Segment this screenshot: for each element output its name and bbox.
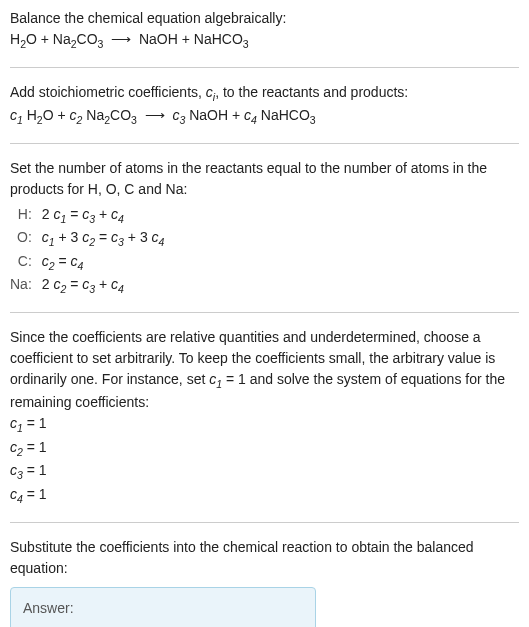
atom-equation-row: Na: 2 c2 = c3 + c4 <box>10 274 164 298</box>
solution-line: c3 = 1 <box>10 460 519 484</box>
atom-equation-row: O: c1 + 3 c2 = c3 + 3 c4 <box>10 227 164 251</box>
step-substitute: Substitute the coefficients into the che… <box>10 537 519 579</box>
divider <box>10 143 519 144</box>
atom-label: O: <box>10 227 42 251</box>
divider <box>10 67 519 68</box>
divider <box>10 522 519 523</box>
atom-label: Na: <box>10 274 42 298</box>
atom-equation-row: H: 2 c1 = c3 + c4 <box>10 204 164 228</box>
step-coefficients-intro: Add stoichiometric coefficients, ci, to … <box>10 82 519 106</box>
atom-equation-row: C: c2 = c4 <box>10 251 164 275</box>
unbalanced-equation: H2O + Na2CO3 ⟶ NaOH + NaHCO3 <box>10 29 519 53</box>
answer-box: Answer: H2O + Na2CO3 ⟶ NaOH + NaHCO3 <box>10 587 316 627</box>
step-atoms-intro: Set the number of atoms in the reactants… <box>10 158 519 200</box>
atom-equations-table: H: 2 c1 = c3 + c4 O: c1 + 3 c2 = c3 + 3 … <box>10 204 164 298</box>
solution-line: c4 = 1 <box>10 484 519 508</box>
problem-title: Balance the chemical equation algebraica… <box>10 8 519 29</box>
atom-label: C: <box>10 251 42 275</box>
divider <box>10 312 519 313</box>
atom-label: H: <box>10 204 42 228</box>
step-solve-intro: Since the coefficients are relative quan… <box>10 327 519 414</box>
answer-label: Answer: <box>23 598 303 619</box>
atom-equation: 2 c1 = c3 + c4 <box>42 204 165 228</box>
atom-equation: 2 c2 = c3 + c4 <box>42 274 165 298</box>
atom-equation: c1 + 3 c2 = c3 + 3 c4 <box>42 227 165 251</box>
step-coefficients-equation: c1 H2O + c2 Na2CO3 ⟶ c3 NaOH + c4 NaHCO3 <box>10 105 519 129</box>
atom-equation: c2 = c4 <box>42 251 165 275</box>
solution-line: c1 = 1 <box>10 413 519 437</box>
solution-line: c2 = 1 <box>10 437 519 461</box>
